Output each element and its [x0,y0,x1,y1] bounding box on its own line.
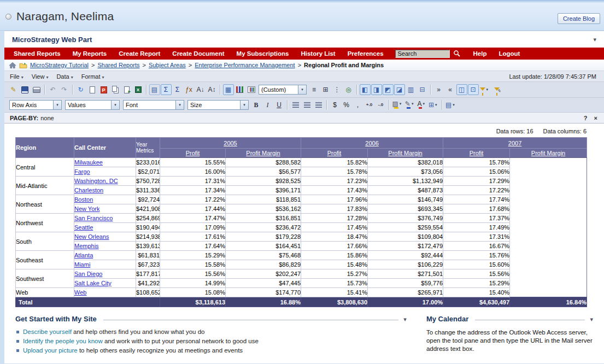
percent-icon[interactable]: % [341,99,352,110]
nav-item-create-report[interactable]: Create Report [113,50,166,57]
undo-icon[interactable]: ↶ [48,84,58,95]
underline-icon[interactable]: U [274,99,285,110]
help-icon[interactable]: ? [584,115,588,121]
call-center-link[interactable]: Charleston [74,187,103,193]
nav-item-preferences[interactable]: Preferences [342,50,390,57]
line-color-icon[interactable]: ✎▾ [404,99,416,110]
call-center-link[interactable]: Fargo [74,168,90,175]
design-mode-icon[interactable]: ✎ [8,84,19,95]
metric-link-profit-2006[interactable]: Profit [327,150,342,156]
year-link-2007[interactable]: 2007 [508,140,521,146]
show-pivot-buttons-icon[interactable]: ◧ [360,84,371,95]
print-icon[interactable] [31,84,42,95]
search-input[interactable]: Search [395,50,450,58]
list-item-link[interactable]: Identify the people you know [23,338,103,344]
nav-item-shared-reports[interactable]: Shared Reports [8,50,67,57]
call-center-link[interactable]: Miami [74,261,90,268]
metric-link-profit-margin-2005[interactable]: Profit Margin [246,150,280,156]
report-details-icon[interactable]: ≡ [309,84,320,95]
insert-page-break-icon[interactable]: » [433,84,444,95]
currency-icon[interactable]: $ [330,99,341,110]
call-center-link[interactable]: San Francisco [74,215,113,221]
year-link-2006[interactable]: 2006 [365,140,378,146]
decrease-decimal-icon[interactable]: -.0 [376,99,386,110]
font-color-icon[interactable]: A▾ [417,99,427,110]
bold-icon[interactable]: B [251,99,262,110]
export-icon[interactable] [121,84,132,95]
metric-link-profit-margin-2007[interactable]: Profit Margin [531,150,565,156]
menu-data[interactable]: Data▾ [56,73,73,80]
my-calendar-menu-caret-icon[interactable]: ▾ [590,316,593,323]
metric-link-profit-2005[interactable]: Profit [186,150,200,156]
metric-link-profit-margin-2006[interactable]: Profit Margin [388,150,422,156]
more-formatting-icon[interactable]: ▤▾ [445,99,457,110]
totals-icon[interactable]: Σ [172,84,183,95]
nav-item-my-subscriptions[interactable]: My Subscriptions [231,50,295,57]
values-select[interactable]: Values▾ [65,100,120,110]
show-row-headers-icon[interactable]: ◪ [394,84,405,95]
increase-decimal-icon[interactable]: +.0 [364,99,375,110]
call-center-link[interactable]: Atlanta [74,252,93,259]
graph-view-icon[interactable] [234,84,245,95]
subtotals-icon[interactable]: Σ [161,84,172,95]
nav-item-history-list[interactable]: History List [295,50,341,57]
refresh-icon[interactable]: ↻ [75,84,86,95]
webpart-menu-caret-icon[interactable]: ▾ [593,36,596,43]
list-item-link[interactable]: Describe yourself [23,328,72,335]
create-blog-button[interactable]: Create Blog [558,13,600,24]
add-to-history-icon[interactable] [87,84,98,95]
italic-icon[interactable]: I [262,99,273,110]
add-pageby-icon[interactable]: ⊞ [320,84,331,95]
breadcrumb-link-shared-reports[interactable]: Shared Reports [97,62,139,68]
pivot-icon[interactable]: ⋮ [332,84,343,95]
grid-view-icon[interactable]: ▦ [223,84,234,95]
left-panel-icon[interactable]: ◫ [456,84,467,95]
call-center-link[interactable]: Web [74,289,86,296]
font-select[interactable]: Font▾ [123,100,184,110]
call-center-link[interactable]: New York [74,206,99,212]
merge-column-headers-icon[interactable]: ⊟ [417,84,428,95]
show-column-headers-icon[interactable]: ◩ [383,84,394,95]
show-page-by-axis-icon[interactable]: ◨ [371,84,382,95]
nav-item-create-document[interactable]: Create Document [166,50,230,57]
nav-item-my-reports[interactable]: My Reports [67,50,113,57]
merge-row-headers-icon[interactable]: ▥ [406,84,417,95]
banding-icon[interactable]: ▤ [149,84,160,95]
insert-formula-icon[interactable]: ƒx [184,84,195,95]
row-axis-select[interactable]: Row Axis▾ [9,100,62,110]
align-right-icon[interactable] [313,99,324,110]
nav-item-help[interactable]: Help [467,50,493,57]
call-center-link[interactable]: New Orleans [74,233,109,240]
breadcrumb-link-subject-areas[interactable]: Subject Areas [149,62,186,68]
export-excel-icon[interactable] [133,84,144,95]
fill-color-icon[interactable]: ▨▾ [392,99,404,110]
comma-icon[interactable]: , [353,99,363,110]
align-center-icon[interactable] [302,99,313,110]
breadcrumb-link-enterprise-performance-management[interactable]: Enterprise Performance Management [195,62,295,68]
close-icon[interactable]: × [594,115,597,121]
year-link-2005[interactable]: 2005 [224,140,237,146]
search-icon[interactable] [453,50,461,57]
call-center-link[interactable]: Seattle [74,224,93,231]
menu-file[interactable]: File▾ [10,73,24,80]
call-center-link[interactable]: Memphis [74,243,99,249]
save-icon[interactable] [20,84,31,95]
call-center-link[interactable]: San Diego [74,271,102,277]
get-started-menu-caret-icon[interactable]: ▾ [403,316,407,323]
call-center-link[interactable]: Salt Lake City [74,280,112,286]
call-center-link[interactable]: Milwaukee [74,159,103,166]
design-preview-icon[interactable]: ◎ [343,84,354,95]
export-pdf-icon[interactable] [98,84,109,95]
sort-icon[interactable]: A↓ [195,84,206,95]
metric-link-profit-2007[interactable]: Profit [470,150,484,156]
edit-filter-icon[interactable] [491,84,502,95]
redo-icon[interactable]: ↷ [59,84,70,95]
menu-view[interactable]: View▾ [32,73,49,80]
grid-graph-view-icon[interactable] [246,84,257,95]
call-center-link[interactable]: Boston [74,196,93,203]
size-select[interactable]: Size▾ [187,100,249,110]
borders-icon[interactable]: ⊞▾ [428,99,439,110]
call-center-link[interactable]: Washington, DC [74,178,118,184]
copy-icon[interactable] [110,84,121,95]
align-left-icon[interactable] [290,99,301,110]
